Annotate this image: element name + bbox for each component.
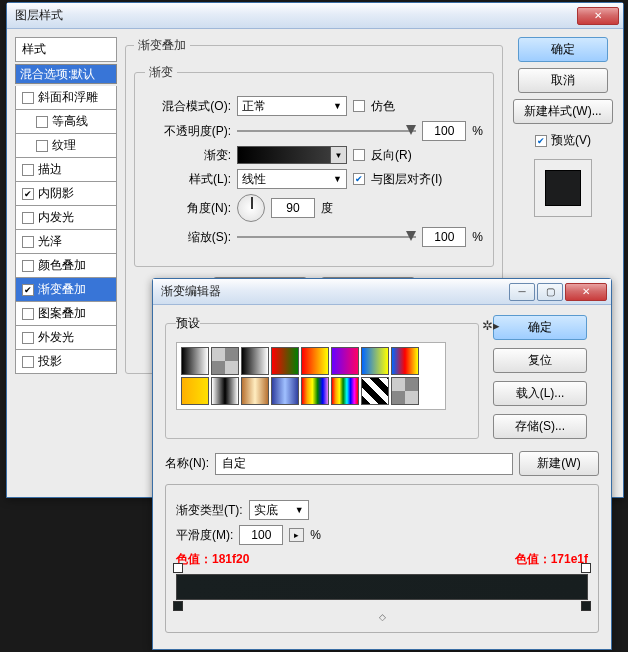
blend-mode-select[interactable]: 正常▼ [237, 96, 347, 116]
style-item-label: 纹理 [52, 137, 76, 154]
style-item[interactable]: 图案叠加 [15, 302, 117, 326]
reset-button[interactable]: 复位 [493, 348, 587, 373]
preset-gradient[interactable] [331, 377, 359, 405]
preview-swatch [534, 159, 592, 217]
style-item-label: 光泽 [38, 233, 62, 250]
angle-input[interactable] [271, 198, 315, 218]
checkbox-icon[interactable] [36, 116, 48, 128]
style-label: 样式(L): [145, 171, 231, 188]
preset-gradient[interactable] [271, 347, 299, 375]
opacity-stop-right[interactable] [581, 563, 591, 573]
style-select[interactable]: 线性▼ [237, 169, 347, 189]
preview-checkbox[interactable]: ✔ [535, 135, 547, 147]
load-button[interactable]: 载入(L)... [493, 381, 587, 406]
align-checkbox[interactable]: ✔ [353, 173, 365, 185]
style-item[interactable]: 等高线 [15, 110, 117, 134]
preset-gradient[interactable] [181, 347, 209, 375]
opacity-input[interactable] [422, 121, 466, 141]
presets-label: 预设 [176, 315, 200, 332]
close-icon[interactable]: ✕ [565, 283, 607, 301]
checkbox-icon[interactable] [22, 260, 34, 272]
checkbox-icon[interactable] [22, 356, 34, 368]
gradient-bar[interactable] [176, 574, 588, 600]
gradient-editor-window: 渐变编辑器 ─ ▢ ✕ 预设 ✲▸ 确定 复位 载入(L)... 存储(S)..… [152, 278, 612, 650]
align-label: 与图层对齐(I) [371, 171, 442, 188]
new-style-button[interactable]: 新建样式(W)... [513, 99, 612, 124]
preset-grid[interactable] [176, 342, 446, 410]
preset-gradient[interactable] [211, 347, 239, 375]
scale-input[interactable] [422, 227, 466, 247]
preset-gradient[interactable] [241, 347, 269, 375]
preset-gradient[interactable] [331, 347, 359, 375]
style-item-label: 投影 [38, 353, 62, 370]
presets-group: 预设 ✲▸ [165, 315, 479, 439]
smooth-dropdown[interactable]: ▸ [289, 528, 304, 542]
ok-button[interactable]: 确定 [518, 37, 608, 62]
color-stop-right[interactable] [581, 601, 591, 611]
style-item-label: 外发光 [38, 329, 74, 346]
preset-gradient[interactable] [271, 377, 299, 405]
style-item[interactable]: 颜色叠加 [15, 254, 117, 278]
style-item[interactable]: ✔渐变叠加 [15, 278, 117, 302]
preset-gradient[interactable] [391, 377, 419, 405]
name-input[interactable] [215, 453, 513, 475]
gradient-picker[interactable]: ▼ [237, 146, 347, 164]
smooth-input[interactable] [239, 525, 283, 545]
maximize-icon[interactable]: ▢ [537, 283, 563, 301]
window-title: 渐变编辑器 [161, 283, 509, 300]
style-item[interactable]: 纹理 [15, 134, 117, 158]
preset-gradient[interactable] [211, 377, 239, 405]
style-item-label: 图案叠加 [38, 305, 86, 322]
style-item[interactable]: 投影 [15, 350, 117, 374]
dither-checkbox[interactable] [353, 100, 365, 112]
style-item-label: 颜色叠加 [38, 257, 86, 274]
style-item[interactable]: 描边 [15, 158, 117, 182]
ok-button[interactable]: 确定 [493, 315, 587, 340]
checkbox-icon[interactable] [22, 308, 34, 320]
name-label: 名称(N): [165, 455, 209, 472]
close-icon[interactable]: ✕ [577, 7, 619, 25]
minimize-icon[interactable]: ─ [509, 283, 535, 301]
checkbox-icon[interactable]: ✔ [22, 284, 34, 296]
preset-gradient[interactable] [391, 347, 419, 375]
gradient-subtitle: 渐变 [145, 64, 177, 81]
opacity-slider[interactable] [237, 124, 416, 138]
preview-label: 预览(V) [551, 132, 591, 149]
preset-gradient[interactable] [241, 377, 269, 405]
style-item-label: 等高线 [52, 113, 88, 130]
style-item[interactable]: ✔内阴影 [15, 182, 117, 206]
style-item[interactable]: 外发光 [15, 326, 117, 350]
gear-icon[interactable]: ✲▸ [482, 318, 500, 333]
reverse-label: 反向(R) [371, 147, 412, 164]
preset-gradient[interactable] [301, 347, 329, 375]
style-item-label: 内阴影 [38, 185, 74, 202]
save-button[interactable]: 存储(S)... [493, 414, 587, 439]
blend-options-item[interactable]: 混合选项:默认 [15, 64, 117, 84]
preset-gradient[interactable] [361, 377, 389, 405]
style-item[interactable]: 斜面和浮雕 [15, 86, 117, 110]
titlebar[interactable]: 渐变编辑器 ─ ▢ ✕ [153, 279, 611, 305]
titlebar[interactable]: 图层样式 ✕ [7, 3, 623, 29]
styles-header[interactable]: 样式 [15, 37, 117, 62]
angle-dial[interactable] [237, 194, 265, 222]
reverse-checkbox[interactable] [353, 149, 365, 161]
preset-gradient[interactable] [361, 347, 389, 375]
preset-gradient[interactable] [301, 377, 329, 405]
color-stop-left[interactable] [173, 601, 183, 611]
opacity-stop-left[interactable] [173, 563, 183, 573]
checkbox-icon[interactable] [22, 164, 34, 176]
checkbox-icon[interactable] [22, 332, 34, 344]
scale-slider[interactable] [237, 230, 416, 244]
style-item-label: 描边 [38, 161, 62, 178]
new-button[interactable]: 新建(W) [519, 451, 599, 476]
checkbox-icon[interactable] [22, 236, 34, 248]
checkbox-icon[interactable]: ✔ [22, 188, 34, 200]
checkbox-icon[interactable] [22, 92, 34, 104]
style-item[interactable]: 光泽 [15, 230, 117, 254]
style-item[interactable]: 内发光 [15, 206, 117, 230]
type-select[interactable]: 实底▼ [249, 500, 309, 520]
cancel-button[interactable]: 取消 [518, 68, 608, 93]
checkbox-icon[interactable] [22, 212, 34, 224]
checkbox-icon[interactable] [36, 140, 48, 152]
preset-gradient[interactable] [181, 377, 209, 405]
